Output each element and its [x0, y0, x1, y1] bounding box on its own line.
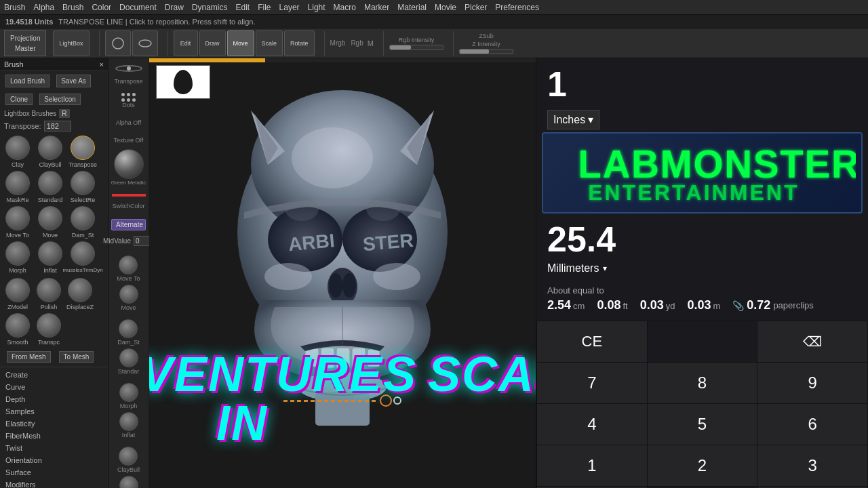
brush-inflat[interactable]: Inflat [35, 241, 65, 274]
draw-button[interactable]: Draw [199, 30, 226, 56]
section-fibermesh[interactable]: FiberMesh [0, 430, 108, 442]
status-units: 19.4518 Units [5, 18, 53, 26]
numpad-7[interactable]: 7 [537, 363, 647, 403]
rotate-button[interactable]: Rotate [284, 30, 315, 56]
move-bottom-tool[interactable]: Move [119, 285, 138, 311]
alternate-button[interactable]: Alternate [111, 219, 146, 230]
scale-button[interactable]: Scale [256, 30, 283, 56]
transpose-circle-tool[interactable] [115, 65, 142, 72]
lightbox-button[interactable]: LightBox [53, 30, 89, 56]
brush-morph[interactable]: Morph [3, 241, 33, 274]
brush-mussles[interactable]: musslesTrimDyn [68, 241, 98, 274]
brush-standard[interactable]: Standard [35, 171, 65, 203]
brush-transpose[interactable]: Transpose [68, 136, 98, 168]
morph-bottom-tool[interactable]: Morph [119, 383, 138, 409]
menu-draw[interactable]: Draw [165, 3, 184, 12]
brush-damst[interactable]: Dam_St [68, 206, 98, 239]
brush-moveto[interactable]: Move To [3, 206, 33, 239]
brush-transpc[interactable]: Transpc [34, 313, 64, 346]
draw-mode-freehand[interactable] [105, 30, 131, 56]
from-mesh-button[interactable]: From Mesh [7, 351, 51, 363]
inflat-bottom-tool[interactable]: Inflat [119, 412, 138, 439]
damst-bottom-tool[interactable]: Dam_St [117, 319, 140, 346]
numpad-3[interactable]: 3 [757, 445, 867, 486]
section-samples[interactable]: Samples [0, 405, 108, 418]
svg-rect-19 [321, 348, 334, 368]
numpad-4[interactable]: 4 [537, 404, 647, 445]
to-mesh-button[interactable]: To Mesh [59, 351, 94, 363]
numpad-1[interactable]: 1 [537, 445, 647, 486]
section-modifiers[interactable]: Modifiers [0, 479, 108, 488]
clay-circle-icon [119, 476, 138, 488]
brush-displace[interactable]: DisplaceZ [65, 278, 95, 310]
menu-macro[interactable]: Macro [334, 3, 356, 12]
brush-polish[interactable]: Polish [34, 278, 64, 310]
scale-units-label: Inches [553, 114, 585, 126]
menu-movie[interactable]: Movie [435, 3, 456, 12]
section-twist[interactable]: Twist [0, 442, 108, 454]
brush-damst-icon [71, 206, 95, 230]
millimeters-dropdown[interactable]: Millimeters ▾ [547, 262, 607, 274]
claybuild-bottom-tool[interactable]: ClayBuil [117, 447, 140, 473]
conversion-cm: 2.54 cm [547, 298, 585, 312]
numpad-8[interactable]: 8 [648, 363, 757, 403]
section-create[interactable]: Create [0, 369, 108, 381]
section-elasticity[interactable]: Elasticity [0, 418, 108, 430]
brush-inflat-label: Inflat [43, 267, 57, 274]
menu-dynamics[interactable]: Dynamics [192, 3, 228, 12]
numpad-ce-button[interactable]: CE [537, 321, 647, 362]
canvas-area[interactable]: ARBI STER [149, 58, 536, 488]
menu-marker[interactable]: Marker [364, 3, 389, 12]
brush-maskre[interactable]: MaskRe [3, 171, 33, 203]
brush-selectre[interactable]: SelectRe [68, 171, 98, 203]
clay-bottom-tool[interactable]: Clay [119, 476, 138, 488]
brush-claybuild[interactable]: ClayBuil [35, 136, 65, 168]
numpad-del-button[interactable]: ⌫ [757, 321, 867, 362]
section-surface[interactable]: Surface [0, 466, 108, 479]
brush-polish-label: Polish [41, 304, 58, 310]
numpad-5[interactable]: 5 [648, 404, 757, 445]
menu-light[interactable]: Light [308, 3, 326, 12]
scale-units-dropdown[interactable]: Inches ▾ [547, 110, 599, 129]
section-curve[interactable]: Curve [0, 381, 108, 393]
menu-file[interactable]: File [258, 3, 271, 12]
move-button[interactable]: Move [227, 30, 254, 56]
menu-document[interactable]: Document [119, 3, 157, 12]
brush-icons-grid: Clay ClayBuil Transpose MaskRe Standard … [0, 133, 108, 277]
section-orientation[interactable]: Orientation [0, 454, 108, 466]
numpad-2[interactable]: 2 [648, 445, 757, 486]
save-as-button[interactable]: Save As [56, 75, 91, 87]
menu-material[interactable]: Material [397, 3, 427, 12]
menu-picker[interactable]: Picker [465, 3, 487, 12]
numpad-6[interactable]: 6 [757, 404, 867, 445]
brush-standard-label: Standard [38, 197, 63, 203]
brush-smooth[interactable]: Smooth [3, 313, 33, 346]
menu-preferences[interactable]: Preferences [495, 3, 539, 12]
clone-button[interactable]: Clone [5, 94, 33, 105]
section-depth[interactable]: Depth [0, 393, 108, 405]
green-metallic-label: Green Metallic [111, 180, 147, 186]
menu-color[interactable]: Color [92, 3, 111, 12]
transpose-input[interactable] [44, 121, 71, 131]
brush-clay[interactable]: Clay [3, 136, 33, 168]
load-brush-button[interactable]: Load Brush [5, 75, 50, 87]
texture-ball-tool[interactable]: Green Metallic [111, 149, 147, 186]
draw-mode-circle[interactable] [132, 30, 158, 56]
brush-zmodel[interactable]: ZModel [3, 278, 33, 310]
standard-bottom-tool[interactable]: Standar [118, 348, 140, 375]
conversion-paperclips: 📎 0.72 paperclips [732, 298, 813, 312]
menu-alpha[interactable]: Alpha [33, 3, 54, 12]
menu-brush[interactable]: Brush [62, 3, 83, 12]
brush-close-icon[interactable]: × [100, 60, 104, 68]
r-button[interactable]: R [59, 109, 69, 118]
brush-move[interactable]: Move [35, 206, 65, 239]
move-bottom-circle-icon [119, 285, 138, 304]
dots-tool[interactable]: Dots [121, 93, 136, 108]
menu-edit[interactable]: Edit [236, 3, 250, 12]
move-to-bottom-tool[interactable]: Move To [117, 256, 140, 282]
select-icon-button[interactable]: SelectIcon [39, 94, 81, 105]
menu-layer[interactable]: Layer [279, 3, 300, 12]
edit-button[interactable]: Edit [174, 30, 198, 56]
numpad-9[interactable]: 9 [757, 363, 867, 403]
projection-master-button[interactable]: Projection Master [4, 30, 46, 56]
